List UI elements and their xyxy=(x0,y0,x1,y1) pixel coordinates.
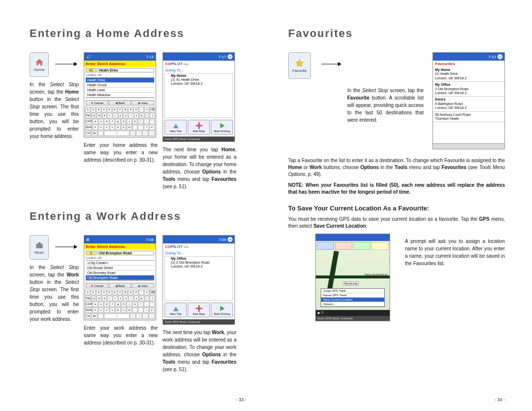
going-to-label: Going To... xyxy=(163,67,234,73)
device-work-going: 7:09ok COPILOT live Going To... My Offic… xyxy=(163,235,235,325)
heading-save-location: To Save Your Current Location As a Favou… xyxy=(288,205,505,212)
menu-item[interactable]: Pause GPS Track xyxy=(321,293,384,298)
arrow-icon xyxy=(320,52,342,76)
list-item[interactable]: Heath Drive xyxy=(86,78,154,83)
favourite-item[interactable]: 50 Norbury Court RoadThornton Heath xyxy=(433,112,504,123)
home-icon xyxy=(34,58,44,68)
back-button[interactable]: ◀ Back xyxy=(109,100,132,105)
city-label: London, UK xyxy=(84,73,156,76)
page-number: - 34 - xyxy=(495,397,505,402)
fav-note: NOTE: When your Favourites list is fille… xyxy=(288,182,505,196)
next-button[interactable]: ▶ Next xyxy=(132,283,154,288)
device-map-gps: New Addington Receiving Close GPS Track … xyxy=(315,234,390,321)
house-number-input[interactable]: 2 xyxy=(86,251,97,255)
menu-item-save-current[interactable]: Save Current Location xyxy=(321,298,384,302)
time-label: 7:09 xyxy=(218,238,226,242)
device-work-input: ⊞7:08 Enter Street Address: 2 Old Brompt… xyxy=(84,235,156,320)
keyboard[interactable]: 1234567890-=⌫ Tabqwertyuiop[] CAPasdfghj… xyxy=(84,106,156,137)
home-icon-label: Home xyxy=(34,68,44,72)
save-loc-caption: A prompt will ask you to assign a locati… xyxy=(405,238,505,267)
time-label: 7:17 xyxy=(218,55,226,59)
favourite-item[interactable]: My Office2 Old Brompton RoadLondon, UK S… xyxy=(433,82,504,97)
list-item[interactable]: Heath Meadow xyxy=(86,93,154,98)
ok-button[interactable]: ok xyxy=(498,54,502,59)
menu-item[interactable]: Options ... xyxy=(321,302,384,307)
toolbar-button[interactable] xyxy=(335,242,352,250)
bottom-menu[interactable]: Tools GPS Mode Guidance xyxy=(316,316,390,321)
svg-rect-2 xyxy=(38,242,40,244)
work-caption-left: In the Select Stop screen, tap the Work … xyxy=(30,264,79,323)
street-input[interactable]: Old Brompton Road xyxy=(98,251,154,255)
arrow-icon xyxy=(54,235,79,259)
going-to-label: Going To... xyxy=(163,250,234,256)
device2-caption: The next time you tap Home, your home wi… xyxy=(163,146,236,190)
dest-line: (1) 2 Old Brompton Road xyxy=(165,261,233,265)
list-item[interactable]: Heath Lane xyxy=(86,88,154,93)
device1-caption: Enter your home address the same way you… xyxy=(84,141,158,164)
cancel-button[interactable]: ✕ Cancel xyxy=(86,100,108,105)
list-item[interactable]: Heath Grove xyxy=(86,83,154,88)
dest-line: London, UK SW1A 2 xyxy=(165,265,233,269)
ok-button[interactable]: ok xyxy=(228,237,233,242)
home-caption-left: In the Select Stop screen, tap the Home … xyxy=(30,81,79,140)
toolbar-button[interactable] xyxy=(317,242,334,250)
street-input[interactable]: Heath Drive xyxy=(98,68,154,72)
arrow-icon xyxy=(54,52,79,76)
start-driving-button[interactable]: Start Driving xyxy=(211,303,233,317)
favourite-item[interactable]: My Home41 Heath DriveLondon, UK SW1A 2 xyxy=(433,67,504,82)
cancel-button[interactable]: ✕ Cancel xyxy=(86,283,108,288)
fav-caption: In the Select Stop screen, tap the Favou… xyxy=(347,87,424,124)
favourite-item[interactable]: Dora's6 Babington RoadLondon, UK SW1A 2 xyxy=(433,97,504,111)
toolbar-button[interactable] xyxy=(371,242,389,250)
next-button[interactable]: ▶ Next xyxy=(132,100,154,105)
time-label: 7:12 xyxy=(488,55,496,59)
star-icon xyxy=(295,59,304,68)
home-icon-button[interactable]: Home xyxy=(30,52,49,77)
gps-context-menu[interactable]: Close GPS Track Pause GPS Track Save Cur… xyxy=(321,288,385,307)
time-label: 7:12 xyxy=(146,55,154,59)
favourite-icon-label: Favorite xyxy=(293,68,307,73)
work-icon-button[interactable]: Work xyxy=(30,235,49,260)
device-work1-caption: Enter your work address the same way you… xyxy=(84,324,158,346)
add-stop-button[interactable]: Add Stop xyxy=(188,120,210,135)
ok-button[interactable]: ok xyxy=(228,54,233,59)
time-label: 7:08 xyxy=(146,238,154,242)
add-stop-button[interactable]: Add Stop xyxy=(188,303,210,317)
dest-title: My Office xyxy=(165,257,233,261)
start-driving-button[interactable]: Start Driving xyxy=(211,120,233,135)
keyboard[interactable]: 1234567890-=⌫ Tabqwertyuiop[] CAPasdfghj… xyxy=(84,289,156,320)
street-list[interactable]: <City Center> Old Broad Street Old Broml… xyxy=(86,260,154,281)
favourite-icon-button[interactable]: Favorite xyxy=(288,52,311,79)
list-item[interactable]: Old Bromley Road xyxy=(86,271,154,275)
page-right: Favourites Favorite In the Select Stop s… xyxy=(266,0,532,411)
heading-home: Entering a Home Address xyxy=(30,27,246,40)
svg-rect-1 xyxy=(36,243,42,248)
street-list[interactable]: Heath Drive Heath Grove Heath Lane Heath… xyxy=(86,77,154,98)
bottom-menu[interactable]: Tools GPS Mode Guidance xyxy=(163,319,234,324)
new-trip-button[interactable]: New Trip xyxy=(165,120,187,135)
house-number-input[interactable]: 41 xyxy=(86,68,97,72)
favourites-header: Favourites xyxy=(433,61,504,67)
favourites-list[interactable]: My Home41 Heath DriveLondon, UK SW1A 2 M… xyxy=(433,67,504,143)
list-item[interactable]: Old Brompton Road xyxy=(86,275,154,280)
work-icon-label: Work xyxy=(34,250,44,255)
dest-title: My Home xyxy=(165,74,233,78)
new-trip-button[interactable]: New Trip xyxy=(165,303,187,317)
list-item[interactable]: <City Center> xyxy=(86,261,154,266)
save-loc-body: You must be receiving GPS data to save y… xyxy=(288,216,505,230)
bottom-menu[interactable]: Tools GPS Mode Guidance xyxy=(163,137,234,141)
enter-street-header: Enter Street Address: xyxy=(84,243,156,250)
device-work2-caption: The next time you tap Work, your work ad… xyxy=(163,329,236,373)
toolbar-button[interactable] xyxy=(353,242,370,250)
map-view[interactable]: New Addington Receiving Close GPS Track … xyxy=(316,251,390,310)
dest-line: (1) 41 Heath Drive xyxy=(165,78,233,82)
back-button[interactable]: ◀ Back xyxy=(109,283,132,288)
fav-body1: Tap a Favourite on the list to enter it … xyxy=(288,157,505,178)
list-item[interactable]: Old Broad Street xyxy=(86,266,154,271)
menu-item[interactable]: Close GPS Track xyxy=(321,289,384,293)
device-home-input: 🔊7:12 Enter Street Address: 41 Heath Dri… xyxy=(84,52,156,137)
page-number: - 33 - xyxy=(236,397,246,402)
heading-favourites: Favourites xyxy=(288,27,505,40)
briefcase-icon xyxy=(34,240,44,250)
enter-street-header: Enter Street Address: xyxy=(84,61,156,67)
